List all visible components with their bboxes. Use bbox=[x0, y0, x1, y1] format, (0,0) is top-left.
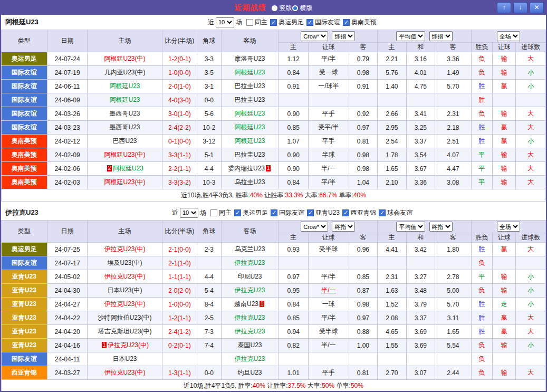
radio-icon bbox=[292, 5, 298, 11]
odds-header-group2: 平均值 终指 bbox=[378, 221, 472, 233]
filter-checkbox[interactable]: 同主 bbox=[246, 18, 267, 27]
corner-cell bbox=[197, 256, 221, 270]
filter-bar: 近 10 场 同主奥运男足国际友谊奥南美预 bbox=[208, 17, 377, 27]
odds-company-select[interactable]: Crow* bbox=[301, 222, 328, 232]
sub-header: 主 bbox=[279, 233, 308, 243]
team-name: 阿根廷U23 bbox=[235, 110, 265, 117]
odds-cell: 0.84 bbox=[279, 298, 308, 311]
filter-checkbox[interactable]: 国际友谊 bbox=[306, 18, 340, 27]
team-name: 埃及U23(中) bbox=[107, 259, 142, 266]
score-cell bbox=[162, 352, 197, 366]
summary-line: 近10场,胜4平3负3, 胜率:40% 让胜率:33.3% 大率:66.7% 单… bbox=[1, 189, 546, 202]
match-date-cell: 24-03-23 bbox=[47, 121, 88, 135]
odds-cell bbox=[378, 352, 406, 366]
recent-count-select[interactable]: 10 bbox=[216, 17, 234, 27]
team-name: 日本U23 bbox=[112, 355, 137, 362]
team-name: 阿根廷U23 bbox=[235, 137, 265, 145]
team-name: 乌拉圭U23 bbox=[235, 178, 265, 186]
result-cell: 输 bbox=[493, 270, 516, 284]
odds-company-select[interactable]: Crow* bbox=[301, 31, 328, 41]
odds-cell bbox=[308, 352, 349, 366]
result-cell: 胜 bbox=[471, 93, 492, 107]
odds-cell: 0.93 bbox=[279, 243, 308, 256]
team-name: 伊拉克U23 bbox=[235, 328, 265, 335]
col-header-type: 类型 bbox=[2, 30, 47, 52]
fulltime-select[interactable]: 全场 bbox=[497, 222, 520, 232]
result-cell: 小 bbox=[516, 298, 546, 311]
home-team-cell: 沙特阿拉伯U23(中) bbox=[88, 311, 162, 325]
home-team-cell: 阿根廷U23(中) bbox=[88, 148, 162, 162]
odds-cell bbox=[378, 256, 406, 270]
odds-cell: 0.98 bbox=[349, 162, 378, 176]
result-cell: 平 bbox=[471, 148, 492, 162]
odds-header-group2: 平均值 终指 bbox=[378, 30, 472, 43]
recent-count-select[interactable]: 10 bbox=[180, 208, 198, 218]
filter-checkbox[interactable]: 同主 bbox=[210, 208, 232, 217]
team-name: 伊拉克U23 bbox=[235, 286, 265, 294]
odds-cell bbox=[279, 256, 308, 270]
filter-checkbox[interactable]: 奥运男足 bbox=[270, 18, 304, 27]
radio-label: 横版 bbox=[300, 4, 313, 13]
team-title: 伊拉克U23 bbox=[1, 208, 39, 217]
scroll-down-button[interactable]: ↓ bbox=[513, 2, 527, 13]
odds-cell bbox=[308, 93, 349, 107]
avg-final-select[interactable]: 终指 bbox=[429, 31, 453, 41]
match-type-cell: 奥运男足 bbox=[2, 243, 47, 256]
sub-header: 进球数 bbox=[516, 233, 546, 243]
avg-odds-select[interactable]: 平均值 bbox=[396, 31, 425, 41]
odds-cell bbox=[308, 256, 349, 270]
away-team-cell: 约旦U23 bbox=[221, 366, 279, 380]
result-cell bbox=[493, 352, 516, 366]
odds-cell: 受半球 bbox=[308, 243, 349, 256]
scroll-up-icon: ↑ bbox=[503, 4, 506, 11]
result-cell: 大 bbox=[516, 243, 546, 256]
result-cell: 大 bbox=[516, 325, 546, 339]
odds-cell: 2.31 bbox=[435, 107, 472, 121]
filter-checkbox-label: 球会友谊 bbox=[387, 208, 412, 217]
home-team-cell: 埃及U23(中) bbox=[88, 256, 162, 270]
odds-header-group1: Crow* 终指 bbox=[279, 221, 378, 233]
close-button[interactable]: ✕ bbox=[530, 2, 544, 13]
corner-cell: 5-4 bbox=[197, 284, 221, 298]
odds-final-select[interactable]: 终指 bbox=[332, 222, 355, 232]
filter-checkbox[interactable]: 亚青U23 bbox=[307, 208, 340, 217]
team-name: 越南U23 bbox=[234, 300, 258, 308]
fulltime-select[interactable]: 全场 bbox=[497, 31, 520, 41]
filter-checkbox[interactable]: 球会友谊 bbox=[379, 208, 412, 217]
team-name: 日本U23(中) bbox=[107, 286, 142, 294]
result-cell: 小 bbox=[516, 135, 546, 148]
odds-cell: 半/一 bbox=[308, 284, 349, 298]
team-name: 墨西哥U23 bbox=[109, 123, 140, 131]
match-type-cell: 亚青U23 bbox=[2, 311, 47, 325]
sub-header: 主 bbox=[378, 43, 406, 52]
avg-final-select[interactable]: 终指 bbox=[429, 222, 453, 232]
match-type-cell: 奥南美预 bbox=[2, 162, 47, 176]
match-date-cell: 24-05-02 bbox=[47, 270, 88, 284]
filter-checkbox[interactable]: 奥南美预 bbox=[343, 18, 377, 27]
result-cell: 输 bbox=[493, 52, 516, 66]
radio-label: 竖版 bbox=[280, 4, 292, 13]
odds-cell bbox=[435, 256, 472, 270]
result-cell: 平 bbox=[471, 176, 492, 189]
layout-radio-horizontal[interactable]: 横版 bbox=[292, 4, 313, 13]
odds-final-select[interactable]: 终指 bbox=[332, 31, 355, 41]
score-cell: 2-2(1-1) bbox=[162, 162, 197, 176]
match-type-cell: 国际友谊 bbox=[2, 256, 47, 270]
odds-cell: 0.85 bbox=[279, 311, 308, 325]
result-cell: 负 bbox=[471, 107, 492, 121]
scroll-up-button[interactable]: ↑ bbox=[497, 2, 511, 13]
layout-radio-vertical[interactable]: 竖版 bbox=[272, 4, 292, 13]
filter-checkbox[interactable]: 奥运男足 bbox=[234, 208, 268, 217]
home-team-cell: 2阿根廷U23 bbox=[88, 162, 162, 176]
filter-checkbox[interactable]: 西亚青锦 bbox=[342, 208, 376, 217]
filter-checkbox[interactable]: 国际友谊 bbox=[271, 208, 304, 217]
games-label: 场 bbox=[236, 18, 242, 27]
score-cell: 2-1(0-0) bbox=[162, 243, 197, 256]
corner-cell: 10-2 bbox=[197, 121, 221, 135]
odds-cell: 0.98 bbox=[349, 66, 378, 80]
avg-odds-select[interactable]: 平均值 bbox=[396, 222, 425, 232]
col-header-score: 比分(半场) bbox=[162, 221, 197, 243]
match-type-cell: 亚青U23 bbox=[2, 339, 47, 352]
team-name: 委内瑞拉U23 bbox=[228, 165, 265, 172]
match-row: 亚青U2324-04-22沙特阿拉伯U23(中)1-2(1-1)2-5伊拉克U2… bbox=[2, 311, 546, 325]
